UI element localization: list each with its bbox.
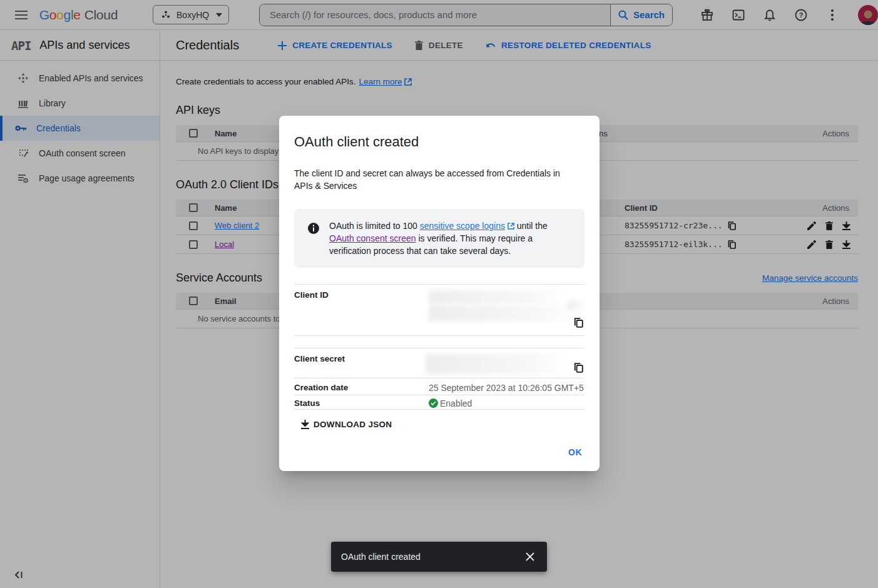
toast-message: OAuth client created — [341, 552, 522, 562]
client-secret-label: Client secret — [294, 354, 429, 374]
creation-date-value: 25 September 2023 at 10:26:05 GMT+5 — [429, 383, 584, 393]
copy-icon — [574, 318, 583, 328]
toast-notification: OAuth client created — [331, 542, 547, 572]
sensitive-scope-logins-link[interactable]: sensitive scope logins — [420, 221, 505, 231]
toast-close-button[interactable] — [522, 549, 538, 565]
redacted-client-secret — [426, 354, 571, 374]
redacted-client-id — [429, 290, 568, 304]
info-icon — [308, 223, 319, 257]
client-id-row: Client ID — [294, 284, 584, 335]
check-circle-icon — [429, 398, 438, 408]
copy-icon — [574, 363, 583, 373]
client-secret-row: Client secret — [294, 348, 584, 378]
redacted-client-id — [429, 305, 583, 322]
oauth-client-created-dialog: OAuth client created The client ID and s… — [279, 116, 600, 471]
creation-date-label: Creation date — [294, 383, 429, 392]
external-link-icon — [508, 223, 514, 230]
dialog-title: OAuth client created — [294, 134, 584, 150]
oauth-consent-screen-link[interactable]: OAuth consent screen — [329, 233, 416, 243]
copy-client-secret-button[interactable] — [574, 363, 583, 373]
ok-button[interactable]: OK — [568, 447, 582, 457]
creation-date-row: Creation date 25 September 2023 at 10:26… — [294, 378, 584, 395]
status-row: Status Enabled — [294, 395, 584, 410]
copy-client-id-button[interactable] — [574, 318, 583, 328]
verification-notice: OAuth is limited to 100 sensitive scope … — [294, 209, 584, 268]
status-label: Status — [294, 398, 429, 408]
download-icon — [301, 420, 309, 429]
client-id-label: Client ID — [294, 290, 429, 332]
spacer-row — [294, 335, 584, 348]
notice-text: until the — [514, 221, 548, 231]
download-json-button[interactable]: DOWNLOAD JSON — [301, 420, 392, 429]
dialog-description: The client ID and secret can always be a… — [294, 167, 577, 192]
status-value: Enabled — [440, 398, 472, 408]
redacted-client-id — [568, 300, 584, 310]
notice-text: OAuth is limited to 100 — [329, 221, 420, 231]
download-json-label: DOWNLOAD JSON — [314, 420, 392, 429]
close-icon — [526, 552, 534, 561]
